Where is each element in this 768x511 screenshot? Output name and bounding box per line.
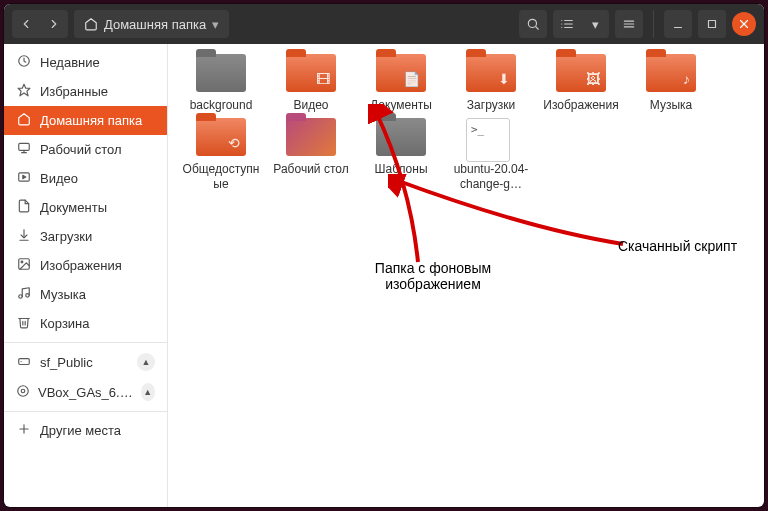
titlebar: Домашняя папка ▾ ▾ xyxy=(4,4,764,44)
sidebar-divider xyxy=(4,411,167,412)
file-item[interactable]: ubuntu-20.04-change-g… xyxy=(452,118,530,191)
path-bar[interactable]: Домашняя папка ▾ xyxy=(74,10,229,38)
download-icon xyxy=(16,228,32,245)
clock-icon xyxy=(16,54,32,71)
folder-icon: ♪ xyxy=(646,54,696,92)
item-label: Музыка xyxy=(650,98,692,112)
folder-icon: ⬇ xyxy=(466,54,516,92)
folder-item[interactable]: ⟲Общедоступные xyxy=(182,118,260,191)
folder-icon: ⟲ xyxy=(196,118,246,156)
script-file-icon xyxy=(466,118,510,162)
item-label: Изображения xyxy=(543,98,618,112)
item-label: Общедоступные xyxy=(182,162,260,191)
music-icon xyxy=(16,286,32,303)
sidebar-item[interactable]: Корзина xyxy=(4,309,167,338)
folder-item[interactable]: 📄Документы xyxy=(362,54,440,112)
window-maximize-button[interactable] xyxy=(698,10,726,38)
sidebar-item-label: sf_Public xyxy=(40,355,93,370)
svg-marker-21 xyxy=(23,175,26,179)
folder-icon xyxy=(286,118,336,156)
svg-marker-16 xyxy=(18,84,30,96)
svg-rect-17 xyxy=(19,143,30,150)
star-icon xyxy=(16,83,32,100)
nav-forward-button[interactable] xyxy=(40,10,68,38)
svg-point-30 xyxy=(21,389,25,393)
sidebar-item[interactable]: Загрузки xyxy=(4,222,167,251)
annotation-text: Скачанный скрипт xyxy=(618,238,737,254)
eject-button[interactable]: ▲ xyxy=(137,353,155,371)
item-label: Шаблоны xyxy=(374,162,427,176)
svg-point-24 xyxy=(21,261,23,263)
sidebar-item-label: Документы xyxy=(40,200,107,215)
sidebar-item[interactable]: Видео xyxy=(4,164,167,193)
view-list-button[interactable] xyxy=(553,10,581,38)
sidebar-item[interactable]: Домашняя папка xyxy=(4,106,167,135)
home-icon xyxy=(84,17,98,31)
folder-item[interactable]: 🎞Видео xyxy=(272,54,350,112)
item-label: ubuntu-20.04-change-g… xyxy=(452,162,530,191)
sidebar-item-label: Недавние xyxy=(40,55,100,70)
sidebar-item-label: Избранные xyxy=(40,84,108,99)
item-label: Рабочий стол xyxy=(273,162,348,176)
sidebar-item-label: Домашняя папка xyxy=(40,113,142,128)
sidebar-item-label: Музыка xyxy=(40,287,86,302)
image-icon xyxy=(16,257,32,274)
window-close-button[interactable] xyxy=(732,12,756,36)
svg-point-29 xyxy=(18,385,29,396)
svg-point-0 xyxy=(528,19,536,27)
folder-item[interactable]: background xyxy=(182,54,260,112)
sidebar-item-label: Видео xyxy=(40,171,78,186)
nav-back-button[interactable] xyxy=(12,10,40,38)
folder-icon: 🖼 xyxy=(556,54,606,92)
folder-item[interactable]: ♪Музыка xyxy=(632,54,710,112)
sidebar-item[interactable]: Музыка xyxy=(4,280,167,309)
folder-item[interactable]: Рабочий стол xyxy=(272,118,350,191)
folder-item[interactable]: Шаблоны xyxy=(362,118,440,191)
item-label: Видео xyxy=(293,98,328,112)
hamburger-menu-button[interactable] xyxy=(615,10,643,38)
doc-icon xyxy=(16,199,32,216)
content-area: background🎞Видео📄Документы⬇Загрузки🖼Изоб… xyxy=(168,44,764,507)
view-options-button[interactable]: ▾ xyxy=(581,10,609,38)
chevron-down-icon: ▾ xyxy=(212,17,219,32)
sidebar-divider xyxy=(4,342,167,343)
sidebar-item-label: Другие места xyxy=(40,423,121,438)
item-label: Документы xyxy=(370,98,432,112)
sidebar-item[interactable]: VBox_GAs_6.…▲ xyxy=(4,377,167,407)
video-icon xyxy=(16,170,32,187)
folder-icon: 📄 xyxy=(376,54,426,92)
svg-rect-12 xyxy=(709,21,716,28)
eject-button[interactable]: ▲ xyxy=(141,383,155,401)
sidebar-item[interactable]: Изображения xyxy=(4,251,167,280)
breadcrumb-label: Домашняя папка xyxy=(104,17,206,32)
item-label: background xyxy=(190,98,253,112)
sidebar-item[interactable]: Недавние xyxy=(4,48,167,77)
svg-line-1 xyxy=(536,27,539,30)
sidebar-item[interactable]: Другие места xyxy=(4,416,167,445)
disc-icon xyxy=(16,384,30,401)
sidebar-item-label: VBox_GAs_6.… xyxy=(38,385,133,400)
svg-point-25 xyxy=(19,295,23,299)
item-label: Загрузки xyxy=(467,98,515,112)
sidebar-item[interactable]: sf_Public▲ xyxy=(4,347,167,377)
sidebar-item-label: Корзина xyxy=(40,316,90,331)
home-icon xyxy=(16,112,32,129)
folder-icon xyxy=(196,54,246,92)
folder-icon: 🎞 xyxy=(286,54,336,92)
sidebar-item[interactable]: Рабочий стол xyxy=(4,135,167,164)
sidebar-item-label: Загрузки xyxy=(40,229,92,244)
folder-item[interactable]: 🖼Изображения xyxy=(542,54,620,112)
annotation-text: Папка с фоновым изображением xyxy=(363,260,503,292)
folder-item[interactable]: ⬇Загрузки xyxy=(452,54,530,112)
plus-icon xyxy=(16,422,32,439)
search-button[interactable] xyxy=(519,10,547,38)
sidebar: НедавниеИзбранныеДомашняя папкаРабочий с… xyxy=(4,44,168,507)
sidebar-item-label: Рабочий стол xyxy=(40,142,122,157)
trash-icon xyxy=(16,315,32,332)
desktop-icon xyxy=(16,141,32,158)
sidebar-item[interactable]: Документы xyxy=(4,193,167,222)
drive-icon xyxy=(16,354,32,371)
window-minimize-button[interactable] xyxy=(664,10,692,38)
folder-icon xyxy=(376,118,426,156)
sidebar-item[interactable]: Избранные xyxy=(4,77,167,106)
